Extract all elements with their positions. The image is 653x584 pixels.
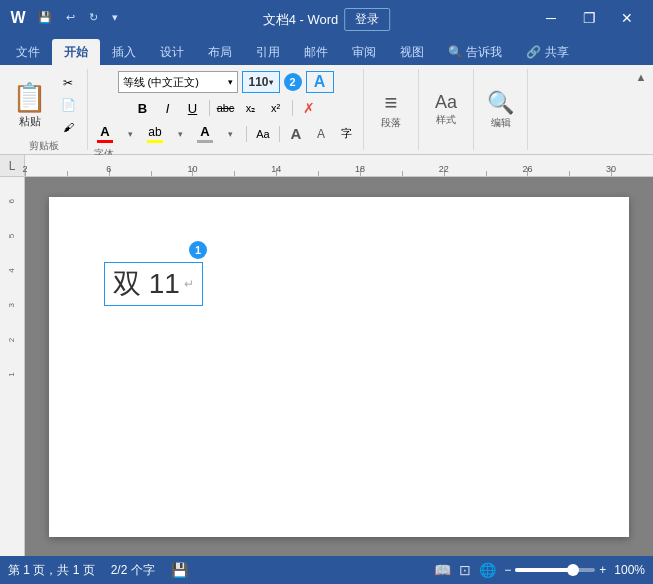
font-group: 等线 (中文正文) ▾ 110 ▾ 2 A B I U abc x₂ x² — [88, 69, 364, 150]
paste-label: 粘贴 — [19, 114, 41, 129]
editing-label: 编辑 — [491, 116, 511, 130]
title-left: W 💾 ↩ ↻ ▾ — [8, 8, 122, 28]
font-row3: A ▾ ab ▾ A ▾ Aa A A 字 — [94, 122, 357, 145]
font-color-button[interactable]: A — [94, 122, 116, 145]
highlight-color-bar — [147, 140, 163, 143]
ribbon: 📋 粘贴 ✂ 📄 🖌 剪贴板 等线 (中文正文) ▾ — [0, 65, 653, 155]
char-spacing-button[interactable]: 字 — [335, 124, 357, 144]
tab-file[interactable]: 文件 — [4, 39, 52, 65]
font-row1: 等线 (中文正文) ▾ 110 ▾ 2 A — [118, 71, 334, 93]
tab-review[interactable]: 审阅 — [340, 39, 388, 65]
tab-design[interactable]: 设计 — [148, 39, 196, 65]
tab-help[interactable]: 🔍 告诉我 — [436, 39, 514, 65]
bold-button[interactable]: B — [132, 98, 154, 118]
fmt-divider-3 — [246, 126, 247, 142]
font-name-dropdown[interactable]: 等线 (中文正文) ▾ — [118, 71, 238, 93]
zoom-slider[interactable] — [515, 568, 595, 572]
document-text: 双 11 — [113, 267, 180, 301]
paragraph-mark: ↵ — [184, 277, 194, 291]
quick-save-button[interactable]: 💾 — [34, 9, 56, 26]
search-icon: 🔍 — [487, 90, 514, 116]
copy-button[interactable]: 📄 — [57, 95, 79, 115]
tab-references[interactable]: 引用 — [244, 39, 292, 65]
title-bar: W 💾 ↩ ↻ ▾ 文档4 - Word 登录 ─ ❐ ✕ — [0, 0, 653, 35]
vertical-ruler: 1 2 3 4 5 6 — [0, 177, 25, 556]
read-mode-button[interactable]: 📖 — [434, 562, 451, 578]
shading-button[interactable]: A — [194, 122, 216, 145]
styles-label: 样式 — [436, 113, 456, 127]
save-status-icon: 💾 — [171, 562, 188, 578]
font-color-bar — [97, 140, 113, 143]
fmt-divider-2 — [292, 100, 293, 116]
ribbon-collapse-button[interactable]: ▲ — [631, 67, 651, 87]
styles-button[interactable]: Aa 样式 — [430, 87, 462, 132]
find-button[interactable]: 🔍 编辑 — [482, 85, 519, 135]
ribbon-tab-bar: 文件 开始 插入 设计 布局 引用 邮件 审阅 视图 🔍 告诉我 🔗 共享 — [0, 35, 653, 65]
undo-button[interactable]: ↩ — [62, 9, 79, 26]
redo-button[interactable]: ↻ — [85, 9, 102, 26]
status-right: 📖 ⊡ 🌐 − + 100% — [434, 562, 645, 578]
font-row2: B I U abc x₂ x² ✗ — [132, 98, 320, 118]
close-button[interactable]: ✕ — [609, 5, 645, 30]
subscript-button[interactable]: x₂ — [240, 98, 262, 118]
format-painter-button[interactable]: 🖌 — [57, 117, 79, 137]
clear-formatting-button[interactable]: A — [306, 71, 334, 93]
font-size-arrow-icon: ▾ — [269, 78, 273, 87]
font-color-icon: A — [100, 124, 109, 139]
underline-button[interactable]: U — [182, 98, 204, 118]
web-layout-button[interactable]: 🌐 — [479, 562, 496, 578]
highlight-icon: ab — [148, 125, 161, 139]
status-bar: 第 1 页，共 1 页 2/2 个字 💾 📖 ⊡ 🌐 − + 100% — [0, 556, 653, 584]
case-button[interactable]: Aa — [252, 124, 274, 144]
clipboard-group-label: 剪贴板 — [29, 137, 59, 153]
paste-button[interactable]: 📋 粘贴 — [8, 79, 51, 131]
shading-arrow[interactable]: ▾ — [219, 124, 241, 144]
word-logo-icon: W — [8, 8, 28, 28]
page-count: 第 1 页，共 1 页 — [8, 562, 95, 579]
tab-mailings[interactable]: 邮件 — [292, 39, 340, 65]
restore-button[interactable]: ❐ — [571, 5, 607, 30]
document-page: 1 双 11 ↵ — [49, 197, 629, 537]
ruler-marks: 26101418222630 — [25, 155, 653, 176]
clipboard-small-buttons: ✂ 📄 🖌 — [57, 73, 79, 137]
grow-font-button[interactable]: A — [285, 124, 307, 144]
zoom-in-button[interactable]: + — [599, 563, 606, 577]
zoom-slider-fill — [515, 568, 575, 572]
shading-bar — [197, 140, 213, 143]
paste-icon: 📋 — [12, 81, 47, 114]
text-selection-box[interactable]: 1 双 11 ↵ — [104, 262, 203, 306]
tab-layout[interactable]: 布局 — [196, 39, 244, 65]
customize-quick-access-button[interactable]: ▾ — [108, 9, 122, 26]
cut-button[interactable]: ✂ — [57, 73, 79, 93]
font-size-input[interactable]: 110 ▾ — [242, 71, 280, 93]
minimize-button[interactable]: ─ — [533, 5, 569, 30]
shrink-font-button[interactable]: A — [310, 124, 332, 144]
tab-view[interactable]: 视图 — [388, 39, 436, 65]
highlight-arrow[interactable]: ▾ — [169, 124, 191, 144]
paragraph-group: ≡ 段落 — [364, 69, 419, 150]
badge-1-indicator: 1 — [189, 241, 207, 259]
styles-group: Aa 样式 — [419, 69, 474, 150]
page-area[interactable]: 1 双 11 ↵ — [25, 177, 653, 556]
zoom-out-button[interactable]: − — [504, 563, 511, 577]
editing-group: 🔍 编辑 — [474, 69, 528, 150]
paragraph-icon: ≡ — [385, 90, 398, 116]
clear-format-button[interactable]: ✗ — [298, 98, 320, 118]
ruler-corner: L — [0, 155, 25, 177]
fmt-divider-4 — [279, 126, 280, 142]
login-button[interactable]: 登录 — [344, 8, 390, 31]
title-center: 文档4 - Word 登录 — [263, 8, 391, 31]
italic-button[interactable]: I — [157, 98, 179, 118]
highlight-button[interactable]: ab — [144, 123, 166, 145]
tab-share[interactable]: 🔗 共享 — [514, 39, 580, 65]
font-size-arrow-icon: ▾ — [119, 124, 141, 144]
tab-home[interactable]: 开始 — [52, 39, 100, 65]
strikethrough-button[interactable]: abc — [215, 98, 237, 118]
paragraph-button[interactable]: ≡ 段落 — [376, 85, 406, 135]
tab-insert[interactable]: 插入 — [100, 39, 148, 65]
shading-icon: A — [200, 124, 209, 139]
print-layout-button[interactable]: ⊡ — [459, 562, 471, 578]
styles-icon: Aa — [435, 92, 457, 113]
superscript-button[interactable]: x² — [265, 98, 287, 118]
zoom-slider-handle[interactable] — [567, 564, 579, 576]
